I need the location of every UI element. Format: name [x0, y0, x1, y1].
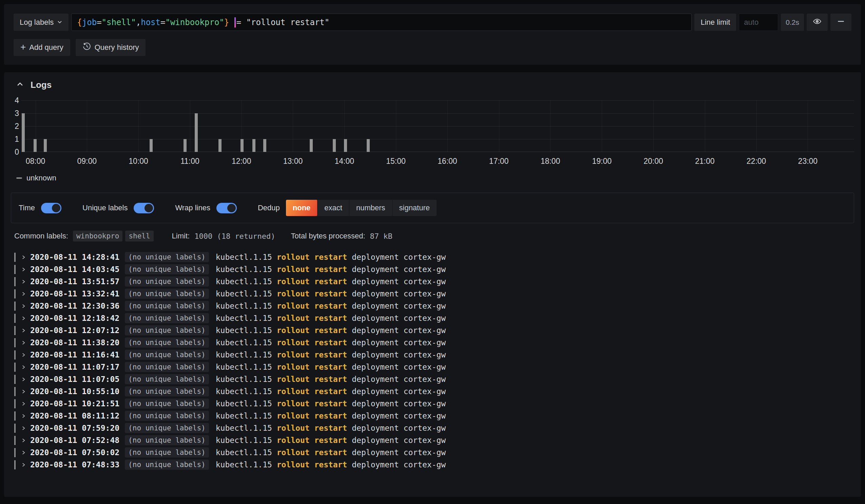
- log-row[interactable]: 2020-08-11 10:21:51(no unique labels)kub…: [11, 398, 854, 410]
- chevron-right-icon[interactable]: [21, 401, 26, 406]
- log-row[interactable]: 2020-08-11 07:52:48(no unique labels)kub…: [11, 434, 854, 446]
- dedup-option-exact[interactable]: exact: [318, 200, 349, 216]
- x-axis-tick-label: 20:00: [644, 157, 663, 166]
- log-level-bar: [14, 265, 15, 274]
- chevron-right-icon[interactable]: [21, 413, 26, 419]
- x-axis-tick-label: 19:00: [592, 157, 612, 166]
- log-row[interactable]: 2020-08-11 10:55:10(no unique labels)kub…: [11, 385, 854, 398]
- log-message: kubectl.1.15 rollout restart deployment …: [216, 448, 446, 457]
- log-row[interactable]: 2020-08-11 12:07:12(no unique labels)kub…: [11, 324, 854, 337]
- log-row[interactable]: 2020-08-11 11:16:41(no unique labels)kub…: [11, 349, 854, 361]
- log-level-bar: [14, 326, 15, 335]
- unique-labels-toggle[interactable]: [134, 203, 154, 213]
- dedup-option-none[interactable]: none: [286, 200, 318, 216]
- query-input[interactable]: {job="shell",host="winbookpro"} = "rollo…: [71, 14, 692, 31]
- explore-page: Log labels {job="shell",host="winbookpro…: [0, 0, 865, 497]
- x-axis-tick-label: 14:00: [334, 157, 354, 166]
- chevron-right-icon[interactable]: [21, 389, 26, 394]
- dedup-radio-group: noneexactnumberssignature: [286, 200, 437, 216]
- log-unique-labels-chip: (no unique labels): [125, 411, 209, 421]
- log-message-pre: kubectl.1.15: [216, 338, 277, 347]
- log-row[interactable]: 2020-08-11 14:28:41(no unique labels)kub…: [11, 251, 854, 263]
- log-level-bar: [14, 302, 15, 311]
- chevron-right-icon[interactable]: [21, 291, 26, 296]
- log-row[interactable]: 2020-08-11 12:18:42(no unique labels)kub…: [11, 312, 854, 324]
- log-row[interactable]: 2020-08-11 12:30:36(no unique labels)kub…: [11, 300, 854, 312]
- log-timestamp: 2020-08-11 10:21:51: [30, 399, 119, 408]
- common-label-chip: shell: [125, 231, 153, 242]
- log-message-match: rollout restart: [277, 387, 347, 396]
- chevron-right-icon[interactable]: [21, 316, 26, 321]
- log-message-pre: kubectl.1.15: [216, 350, 277, 359]
- log-row[interactable]: 2020-08-11 07:48:33(no unique labels)kub…: [11, 459, 854, 471]
- chevron-right-icon[interactable]: [21, 438, 26, 443]
- log-labels-button[interactable]: Log labels: [14, 14, 69, 31]
- dedup-option-signature[interactable]: signature: [392, 200, 437, 216]
- log-row[interactable]: 2020-08-11 08:11:12(no unique labels)kub…: [11, 410, 854, 422]
- log-timestamp: 2020-08-11 07:52:48: [30, 436, 119, 445]
- y-axis-tick-label: 4: [14, 96, 19, 105]
- log-row[interactable]: 2020-08-11 13:51:57(no unique labels)kub…: [11, 276, 854, 288]
- log-message-match: rollout restart: [277, 436, 347, 445]
- log-volume-bar: [34, 139, 37, 152]
- dedup-label: Dedup: [258, 203, 280, 212]
- chevron-up-icon[interactable]: [16, 81, 24, 90]
- log-row[interactable]: 2020-08-11 11:38:20(no unique labels)kub…: [11, 337, 854, 349]
- y-axis-tick-label: 0: [14, 148, 19, 157]
- log-row[interactable]: 2020-08-11 07:50:02(no unique labels)kub…: [11, 446, 854, 459]
- dedup-option-numbers[interactable]: numbers: [349, 200, 392, 216]
- log-unique-labels-chip: (no unique labels): [125, 386, 209, 397]
- log-level-bar: [14, 460, 15, 469]
- log-row[interactable]: 2020-08-11 13:32:41(no unique labels)kub…: [11, 288, 854, 300]
- log-volume-bar: [22, 113, 25, 152]
- chevron-right-icon[interactable]: [21, 267, 26, 272]
- log-message-match: rollout restart: [277, 289, 347, 298]
- chevron-right-icon[interactable]: [21, 328, 26, 333]
- history-icon: [82, 42, 91, 53]
- query-actions: + Add query Query history: [9, 39, 856, 56]
- chevron-right-icon[interactable]: [21, 450, 26, 455]
- log-volume-bar: [252, 139, 255, 152]
- chart-gridline-v: [808, 101, 808, 152]
- chevron-right-icon[interactable]: [21, 365, 26, 370]
- chevron-right-icon[interactable]: [21, 377, 26, 382]
- remove-query-button[interactable]: [830, 14, 851, 31]
- chevron-right-icon[interactable]: [21, 426, 26, 431]
- chevron-right-icon[interactable]: [21, 304, 26, 309]
- query-editor-panel: Log labels {job="shell",host="winbookpro…: [4, 4, 861, 65]
- disable-query-button[interactable]: [807, 14, 828, 31]
- query-token: host: [141, 17, 160, 27]
- legend-series-label[interactable]: unknown: [26, 174, 56, 183]
- query-token: [229, 17, 234, 27]
- chevron-right-icon[interactable]: [21, 255, 26, 260]
- log-timestamp: 2020-08-11 11:07:05: [30, 375, 119, 384]
- query-history-button[interactable]: Query history: [76, 39, 146, 56]
- line-limit-input[interactable]: [739, 14, 778, 31]
- wrap-lines-toggle[interactable]: [216, 203, 237, 213]
- chevron-right-icon[interactable]: [21, 340, 26, 345]
- common-labels-label: Common labels:: [14, 232, 68, 241]
- log-message-match: rollout restart: [277, 424, 347, 432]
- log-unique-labels-chip: (no unique labels): [125, 338, 209, 348]
- y-axis-tick-label: 2: [14, 122, 19, 131]
- log-row[interactable]: 2020-08-11 11:07:05(no unique labels)kub…: [11, 373, 854, 385]
- chevron-right-icon[interactable]: [21, 462, 26, 467]
- log-row[interactable]: 2020-08-11 07:59:20(no unique labels)kub…: [11, 422, 854, 434]
- query-token: }: [224, 17, 229, 27]
- chevron-right-icon[interactable]: [21, 279, 26, 284]
- log-unique-labels-chip: (no unique labels): [125, 252, 209, 262]
- log-message: kubectl.1.15 rollout restart deployment …: [216, 265, 446, 274]
- log-row[interactable]: 2020-08-11 14:03:45(no unique labels)kub…: [11, 263, 854, 276]
- line-limit-label: Line limit: [694, 14, 736, 31]
- chart-gridline-v: [550, 101, 551, 152]
- log-level-bar: [14, 289, 15, 298]
- x-axis-tick-label: 16:00: [438, 157, 457, 166]
- add-query-button[interactable]: + Add query: [14, 39, 70, 56]
- chevron-right-icon[interactable]: [21, 352, 26, 358]
- log-message-pre: kubectl.1.15: [216, 424, 277, 432]
- chart-plot-area[interactable]: [21, 101, 854, 152]
- time-toggle[interactable]: [41, 203, 61, 213]
- log-message-post: deployment cortex-gw: [347, 338, 446, 347]
- log-row[interactable]: 2020-08-11 11:07:17(no unique labels)kub…: [11, 361, 854, 373]
- log-message-post: deployment cortex-gw: [347, 411, 446, 420]
